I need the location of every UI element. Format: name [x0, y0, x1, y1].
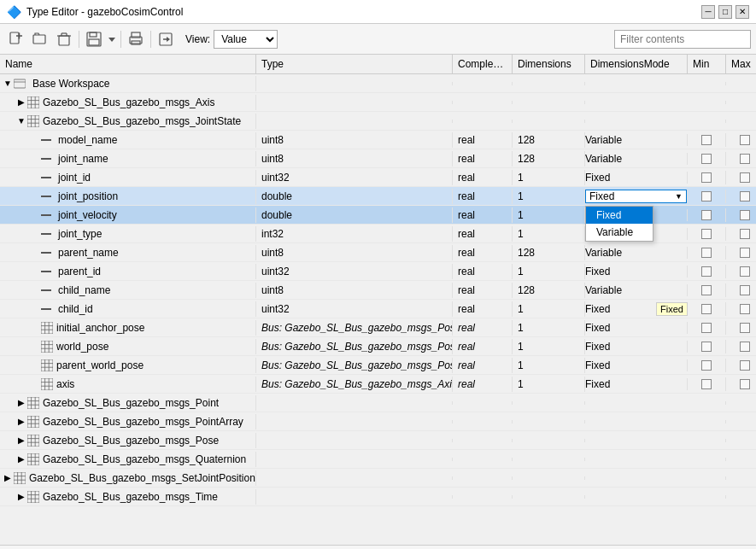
checkbox[interactable]: [701, 285, 712, 295]
checkbox[interactable]: [740, 135, 750, 145]
checkbox[interactable]: [740, 323, 750, 333]
dimensionsmode-cell: Fixed: [585, 322, 688, 334]
view-select[interactable]: Value Name Numeric: [214, 30, 278, 49]
export-button[interactable]: [155, 28, 177, 50]
expand-btn[interactable]: ▼: [15, 115, 27, 127]
max-cell: [726, 476, 756, 480]
delete-button[interactable]: [53, 28, 75, 50]
dropdown-item-fixed[interactable]: Fixed: [586, 207, 653, 224]
expand-btn[interactable]: ▶: [15, 491, 27, 503]
checkbox[interactable]: [701, 172, 712, 183]
table-row[interactable]: parent_id uint32 real 1 Fixed: [0, 262, 756, 281]
expand-btn[interactable]: ▶: [15, 96, 27, 108]
checkbox[interactable]: [740, 154, 750, 164]
expand-btn[interactable]: ▶: [2, 472, 14, 484]
name-cell: model_name: [0, 132, 256, 148]
table-row[interactable]: ▶ Gazebo_SL_Bus_gazebo_msgs_Time: [0, 488, 756, 506]
dimensions-mode-value: Variable: [585, 153, 622, 165]
min-cell: [688, 283, 726, 297]
table-row[interactable]: model_name uint8 real 128 Variable: [0, 131, 756, 149]
table-row[interactable]: initial_anchor_pose Bus: Gazebo_SL_Bus_g…: [0, 318, 756, 337]
col-header-type: Type: [256, 55, 453, 73]
table-row[interactable]: child_name uint8 real 128 Variable: [0, 281, 756, 300]
min-cell: [688, 401, 726, 405]
dimensions-mode-value: Fixed: [585, 172, 610, 184]
min-cell: [688, 171, 726, 184]
dimensionsmode-dropdown-menu[interactable]: Fixed Variable: [585, 206, 653, 242]
checkbox[interactable]: [740, 248, 750, 258]
type-cell: Bus: Gazebo_SL_Bus_gazebo_msgs_Axis: [256, 377, 453, 392]
close-button[interactable]: ✕: [735, 5, 749, 19]
table-row[interactable]: ▶ Gazebo_SL_Bus_gazebo_msgs_Pose: [0, 431, 756, 450]
row-name: Gazebo_SL_Bus_gazebo_msgs_Quaternion: [43, 453, 246, 465]
checkbox[interactable]: [701, 360, 712, 371]
filter-input[interactable]: [614, 30, 751, 49]
checkbox[interactable]: [740, 172, 750, 183]
status-bar: [0, 545, 756, 549]
table-row[interactable]: parent_world_pose Bus: Gazebo_SL_Bus_gaz…: [0, 356, 756, 375]
table-row[interactable]: ▶ Gazebo_SL_Bus_gazebo_msgs_Quaternion: [0, 450, 756, 469]
checkbox[interactable]: [701, 248, 712, 258]
table-row[interactable]: ▶ Gazebo_SL_Bus_gazebo_msgs_Axis: [0, 93, 756, 112]
checkbox[interactable]: [740, 379, 750, 389]
checkbox[interactable]: [740, 285, 750, 295]
dimensions-mode-dropdown[interactable]: Fixed ▼: [585, 190, 687, 203]
save-dropdown-button[interactable]: [107, 28, 117, 50]
table-row[interactable]: world_pose Bus: Gazebo_SL_Bus_gazebo_msg…: [0, 337, 756, 356]
expand-btn[interactable]: ▶: [15, 435, 27, 447]
checkbox[interactable]: [701, 191, 712, 201]
expand-btn[interactable]: ▶: [15, 453, 27, 465]
table-row[interactable]: ▼ Base Workspace: [0, 74, 756, 93]
checkbox[interactable]: [740, 191, 750, 201]
dropdown-item-variable[interactable]: Variable: [586, 224, 653, 241]
table-row[interactable]: parent_name uint8 real 128 Variable: [0, 243, 756, 262]
name-cell: initial_anchor_pose: [0, 320, 256, 336]
max-cell: [726, 321, 756, 335]
name-cell: ▶ Gazebo_SL_Bus_gazebo_msgs_PointArray: [0, 414, 256, 429]
table-row[interactable]: ▶ Gazebo_SL_Bus_gazebo_msgs_Point: [0, 394, 756, 412]
checkbox[interactable]: [701, 266, 712, 277]
checkbox[interactable]: [740, 342, 750, 352]
maximize-button[interactable]: □: [718, 5, 732, 19]
checkbox[interactable]: [740, 360, 750, 371]
checkbox[interactable]: [701, 342, 712, 352]
checkbox[interactable]: [740, 304, 750, 314]
table-row[interactable]: ▶ Gazebo_SL_Bus_gazebo_msgs_SetJointPosi…: [0, 469, 756, 488]
table-row[interactable]: joint_id uint32 real 1 Fixed: [0, 168, 756, 187]
new-button[interactable]: [5, 28, 27, 50]
table-row[interactable]: axis Bus: Gazebo_SL_Bus_gazebo_msgs_Axis…: [0, 375, 756, 394]
checkbox[interactable]: [740, 229, 750, 239]
checkbox[interactable]: [701, 379, 712, 389]
expand-btn[interactable]: ▶: [15, 416, 27, 428]
expand-btn[interactable]: ▶: [15, 397, 27, 409]
dimensionsmode-cell[interactable]: Fixed ▼: [585, 190, 688, 203]
complexity-cell: real: [453, 301, 513, 317]
table-row[interactable]: ▼ Gazebo_SL_Bus_gazebo_msgs_JointState: [0, 112, 756, 131]
dash-icon: [41, 214, 51, 216]
open-button[interactable]: [29, 28, 51, 50]
svg-marker-18: [167, 37, 170, 42]
type-cell: Bus: Gazebo_SL_Bus_gazebo_msgs_Pose: [256, 320, 453, 336]
max-cell: [726, 401, 756, 405]
complexity-cell: [453, 495, 513, 499]
checkbox[interactable]: [701, 229, 712, 239]
table-row[interactable]: joint_position double real 1 Fixed ▼: [0, 187, 756, 206]
print-button[interactable]: [125, 28, 147, 50]
checkbox[interactable]: [701, 323, 712, 333]
expand-btn[interactable]: ▼: [2, 78, 14, 90]
checkbox[interactable]: [701, 154, 712, 164]
table-row[interactable]: joint_name uint8 real 128 Variable: [0, 149, 756, 168]
checkbox[interactable]: [701, 304, 712, 314]
max-cell: [726, 120, 756, 123]
table-row[interactable]: child_id uint32 real 1 Fixed: [0, 300, 756, 318]
table-row[interactable]: ▶ Gazebo_SL_Bus_gazebo_msgs_PointArray: [0, 412, 756, 431]
checkbox[interactable]: [701, 210, 712, 220]
dimensions-cell: 1: [513, 358, 585, 373]
delete-icon: [56, 32, 72, 47]
checkbox[interactable]: [740, 266, 750, 277]
checkbox[interactable]: [740, 210, 750, 220]
min-cell: [688, 377, 726, 391]
checkbox[interactable]: [701, 135, 712, 145]
minimize-button[interactable]: ─: [701, 5, 715, 19]
save-button[interactable]: [83, 28, 105, 50]
